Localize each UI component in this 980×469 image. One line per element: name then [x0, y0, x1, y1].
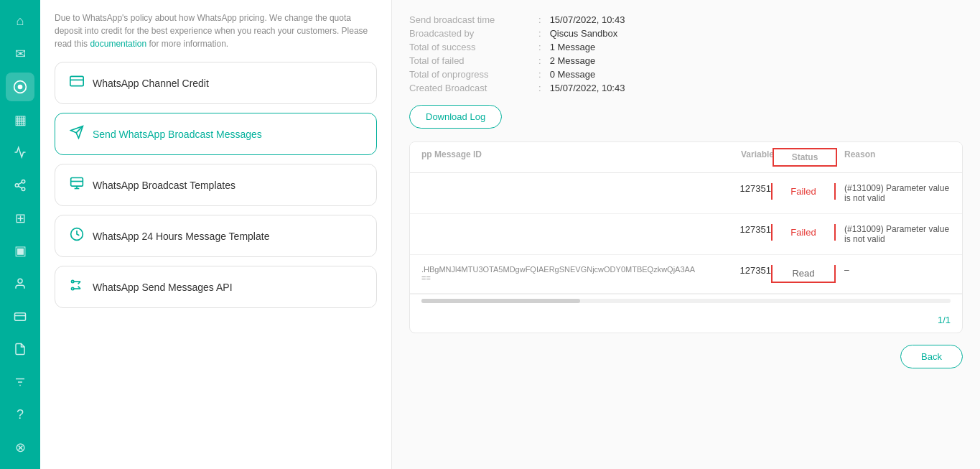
broadcast-icon[interactable]: ▣ — [6, 236, 34, 265]
person-icon[interactable] — [6, 269, 34, 298]
table-row: 127351 Failed (#131009) Parameter value … — [410, 214, 962, 255]
clock-icon — [70, 227, 84, 245]
total-onprogress-label: Total of onprogress — [409, 69, 538, 80]
cell-variable-3: 127351 — [699, 265, 771, 276]
broadcast-info: Send broadcast time : 15/07/2022, 10:43 … — [409, 14, 963, 93]
home-icon[interactable]: ⌂ — [6, 7, 34, 36]
svg-point-2 — [22, 180, 25, 184]
broadcasted-by-row: Broadcasted by : Qiscus Sandbox — [409, 28, 963, 39]
created-broadcast-row: Created Broadcast : 15/07/2022, 10:43 — [409, 83, 963, 93]
intro-text: Due to WhatsApp's policy about how Whats… — [55, 11, 377, 50]
pagination: 1/1 — [938, 315, 951, 325]
broadcast-log-table: pp Message ID Variable Status Reason 127… — [409, 141, 963, 333]
share-icon[interactable] — [6, 171, 34, 200]
menu-label-broadcast-templates: WhatsApp Broadcast Templates — [93, 180, 235, 191]
ticket-icon[interactable] — [6, 302, 34, 331]
scrollbar-area — [410, 294, 962, 307]
total-success-label: Total of success — [409, 42, 538, 52]
cell-variable-2: 127351 — [699, 224, 771, 235]
right-panel: Send broadcast time : 15/07/2022, 10:43 … — [392, 0, 980, 469]
broadcasted-by-value: Qiscus Sandbox — [550, 28, 618, 39]
menu-item-send-broadcast[interactable]: Send WhatsApp Broadcast Messages — [55, 113, 377, 155]
broadcasted-by-label: Broadcasted by — [409, 28, 538, 39]
col-header-msgid: pp Message ID — [421, 149, 702, 165]
menu-item-broadcast-templates[interactable]: WhatsApp Broadcast Templates — [55, 164, 377, 206]
svg-rect-8 — [15, 312, 26, 320]
cell-status-2: Failed — [771, 224, 836, 241]
table-row: 127351 Failed (#131009) Parameter value … — [410, 173, 962, 214]
svg-point-1 — [18, 85, 23, 90]
chart-icon[interactable] — [6, 139, 34, 167]
svg-point-7 — [18, 279, 22, 283]
api-icon — [70, 278, 84, 296]
whatsapp-icon[interactable] — [6, 73, 34, 101]
total-failed-value: 2 Message — [550, 55, 596, 66]
svg-point-4 — [22, 187, 25, 191]
scrollbar-track[interactable] — [421, 299, 951, 303]
svg-point-3 — [15, 184, 19, 187]
table-header: pp Message ID Variable Status Reason — [410, 142, 962, 173]
settings-icon[interactable]: ⊗ — [6, 433, 34, 462]
send-time-row: Send broadcast time : 15/07/2022, 10:43 — [409, 14, 963, 25]
total-onprogress-value: 0 Message — [550, 69, 596, 80]
menu-label-send-api: WhatsApp Send Messages API — [93, 282, 233, 293]
left-panel: Due to WhatsApp's policy about how Whats… — [40, 0, 392, 469]
svg-point-23 — [72, 287, 74, 289]
cell-status-1: Failed — [771, 183, 836, 200]
cell-status-3: Read — [771, 265, 836, 283]
help-icon[interactable]: ? — [6, 401, 34, 429]
send-icon — [70, 125, 84, 143]
svg-line-6 — [18, 182, 22, 185]
svg-rect-13 — [70, 76, 83, 85]
menu-label-credit: WhatsApp Channel Credit — [93, 78, 209, 89]
cell-reason-2: (#131009) Parameter value is not valid — [836, 224, 951, 244]
sidebar: ⌂ ✉ ▦ ⊞ ▣ ? ⊗ — [0, 0, 40, 469]
created-broadcast-label: Created Broadcast — [409, 83, 538, 93]
menu-item-credit[interactable]: WhatsApp Channel Credit — [55, 62, 377, 104]
download-log-button[interactable]: Download Log — [409, 105, 502, 129]
email-icon[interactable]: ✉ — [6, 40, 34, 69]
menu-label-24h-template: WhatsApp 24 Hours Message Template — [93, 231, 269, 242]
total-success-value: 1 Message — [550, 42, 596, 52]
document-icon[interactable] — [6, 335, 34, 363]
scrollbar-thumb[interactable] — [421, 299, 580, 303]
menu-item-24h-template[interactable]: WhatsApp 24 Hours Message Template — [55, 215, 377, 257]
total-success-row: Total of success : 1 Message — [409, 42, 963, 52]
template-icon — [70, 176, 84, 194]
cell-reason-1: (#131009) Parameter value is not valid — [836, 183, 951, 203]
menu-label-send-broadcast: Send WhatsApp Broadcast Messages — [93, 129, 262, 140]
table-footer: 1/1 — [410, 307, 962, 333]
svg-line-5 — [18, 186, 22, 188]
send-time-value: 15/07/2022, 10:43 — [550, 14, 625, 25]
menu-item-send-api[interactable]: WhatsApp Send Messages API — [55, 266, 377, 308]
total-onprogress-row: Total of onprogress : 0 Message — [409, 69, 963, 80]
grid-icon[interactable]: ⊞ — [6, 204, 34, 233]
cell-msgid-3: .HBgMNJl4MTU3OTA5MDgwFQIAERgSNEVGNjcwODY… — [421, 265, 699, 282]
total-failed-label: Total of failed — [409, 55, 538, 66]
cell-reason-3: – — [836, 265, 951, 275]
credit-card-icon — [70, 74, 84, 92]
col-header-variable: Variable — [702, 149, 774, 165]
svg-point-22 — [72, 280, 74, 282]
send-time-label: Send broadcast time — [409, 14, 538, 25]
col-header-reason: Reason — [836, 149, 951, 165]
filter-icon[interactable] — [6, 368, 34, 396]
documentation-link[interactable]: documentation — [90, 39, 146, 49]
cell-variable-1: 127351 — [699, 183, 771, 194]
back-button[interactable]: Back — [900, 345, 963, 368]
table-row: .HBgMNJl4MTU3OTA5MDgwFQIAERgSNEVGNjcwODY… — [410, 255, 962, 294]
col-header-status: Status — [773, 148, 837, 167]
table-icon[interactable]: ▦ — [6, 106, 34, 134]
created-broadcast-value: 15/07/2022, 10:43 — [550, 83, 625, 93]
total-failed-row: Total of failed : 2 Message — [409, 55, 963, 66]
